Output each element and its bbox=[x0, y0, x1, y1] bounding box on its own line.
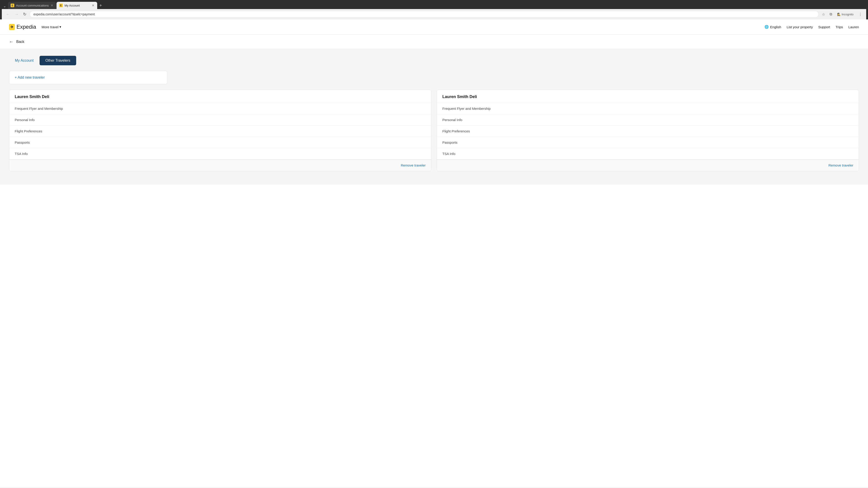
site-header: ✈ Expedia More travel ▾ 🌐 English List y… bbox=[0, 20, 868, 35]
add-traveler-box[interactable]: + Add new traveler bbox=[9, 71, 167, 84]
header-left: ✈ Expedia More travel ▾ bbox=[9, 23, 64, 31]
forward-nav-button[interactable]: → bbox=[13, 11, 20, 18]
browser-tab-1[interactable]: E Account communications ✕ bbox=[8, 2, 56, 9]
incognito-button[interactable]: 🕵 Incognito bbox=[835, 12, 855, 17]
more-travel-chevron: ▾ bbox=[59, 25, 61, 29]
browser-toolbar: ← → ↻ expedia.com/user/account/?&selc=pa… bbox=[2, 9, 866, 20]
address-bar[interactable]: expedia.com/user/account/?&selc=payment bbox=[30, 11, 819, 18]
add-traveler-button[interactable]: + Add new traveler bbox=[15, 75, 45, 79]
traveler-2-frequent-flyer[interactable]: Frequent Flyer and Membership bbox=[437, 103, 859, 114]
tab-my-account[interactable]: My Account bbox=[9, 56, 39, 65]
traveler-card-1-footer: Remove traveler bbox=[9, 160, 431, 171]
more-travel-label: More travel bbox=[41, 25, 59, 29]
traveler-card-1: Lauren Smith Deli Frequent Flyer and Mem… bbox=[9, 90, 431, 171]
support-link[interactable]: Support bbox=[818, 25, 830, 29]
favorite-button[interactable]: ☆ bbox=[820, 11, 827, 18]
traveler-2-name: Lauren Smith Deli bbox=[442, 94, 477, 99]
browser-tabs: ⌄ E Account communications ✕ E My Accoun… bbox=[2, 2, 866, 9]
traveler-2-tsa-info[interactable]: TSA Info bbox=[437, 148, 859, 160]
back-arrow-icon[interactable]: ← bbox=[9, 39, 13, 44]
back-section: ← Back bbox=[0, 35, 868, 49]
address-text: expedia.com/user/account/?&selc=payment bbox=[33, 12, 815, 16]
logo-text: Expedia bbox=[17, 24, 36, 30]
traveler-2-personal-info[interactable]: Personal Info bbox=[437, 114, 859, 126]
traveler-1-passports[interactable]: Passports bbox=[9, 137, 431, 148]
page-content: ✈ Expedia More travel ▾ 🌐 English List y… bbox=[0, 20, 868, 487]
tab2-favicon: E bbox=[59, 4, 63, 7]
account-tabs: My Account Other Travelers bbox=[9, 56, 859, 65]
remove-traveler-2-button[interactable]: Remove traveler bbox=[829, 163, 853, 167]
language-selector[interactable]: 🌐 English bbox=[765, 25, 781, 29]
header-right: 🌐 English List your property Support Tri… bbox=[765, 25, 859, 29]
traveler-1-frequent-flyer[interactable]: Frequent Flyer and Membership bbox=[9, 103, 431, 114]
traveler-2-passports[interactable]: Passports bbox=[437, 137, 859, 148]
traveler-2-flight-preferences[interactable]: Flight Preferences bbox=[437, 126, 859, 137]
traveler-card-1-header: Lauren Smith Deli bbox=[9, 90, 431, 103]
traveler-card-2-footer: Remove traveler bbox=[437, 160, 859, 171]
tab1-favicon: E bbox=[11, 4, 14, 7]
traveler-card-2-header: Lauren Smith Deli bbox=[437, 90, 859, 103]
traveler-1-name: Lauren Smith Deli bbox=[15, 94, 49, 99]
toolbar-actions: ☆ ⧉ 🕵 Incognito ⋮ bbox=[820, 11, 864, 18]
traveler-card-2: Lauren Smith Deli Frequent Flyer and Mem… bbox=[437, 90, 859, 171]
browser-menu-button[interactable]: ⋮ bbox=[857, 11, 864, 18]
tab2-close-icon[interactable]: ✕ bbox=[92, 4, 94, 7]
browser-tab-2[interactable]: E My Account ✕ bbox=[57, 2, 97, 9]
tab1-close-icon[interactable]: ✕ bbox=[51, 4, 53, 7]
main-content: My Account Other Travelers + Add new tra… bbox=[0, 49, 868, 185]
travelers-grid: Lauren Smith Deli Frequent Flyer and Mem… bbox=[9, 90, 859, 171]
split-view-button[interactable]: ⧉ bbox=[828, 11, 833, 17]
incognito-label: Incognito bbox=[842, 13, 854, 16]
expedia-logo[interactable]: ✈ Expedia bbox=[9, 24, 36, 30]
remove-traveler-1-button[interactable]: Remove traveler bbox=[401, 163, 426, 167]
traveler-1-personal-info[interactable]: Personal Info bbox=[9, 114, 431, 126]
traveler-1-flight-preferences[interactable]: Flight Preferences bbox=[9, 126, 431, 137]
user-menu-link[interactable]: Lauren bbox=[848, 25, 859, 29]
tab2-title: My Account bbox=[65, 4, 90, 7]
reload-button[interactable]: ↻ bbox=[22, 11, 28, 18]
back-label[interactable]: Back bbox=[16, 40, 24, 44]
back-nav-button[interactable]: ← bbox=[4, 11, 11, 18]
tab-overflow-btn[interactable]: ⌄ bbox=[2, 3, 7, 9]
incognito-icon: 🕵 bbox=[837, 13, 841, 16]
browser-chrome: ⌄ E Account communications ✕ E My Accoun… bbox=[0, 0, 868, 20]
globe-icon: 🌐 bbox=[765, 25, 769, 29]
more-travel-button[interactable]: More travel ▾ bbox=[39, 23, 64, 31]
tab-other-travelers[interactable]: Other Travelers bbox=[39, 56, 76, 65]
new-tab-button[interactable]: + bbox=[98, 3, 104, 8]
language-label: English bbox=[770, 25, 781, 29]
traveler-1-tsa-info[interactable]: TSA Info bbox=[9, 148, 431, 160]
tab1-title: Account communications bbox=[16, 4, 49, 7]
trips-link[interactable]: Trips bbox=[836, 25, 843, 29]
list-property-link[interactable]: List your property bbox=[786, 25, 813, 29]
logo-icon: ✈ bbox=[9, 24, 15, 30]
